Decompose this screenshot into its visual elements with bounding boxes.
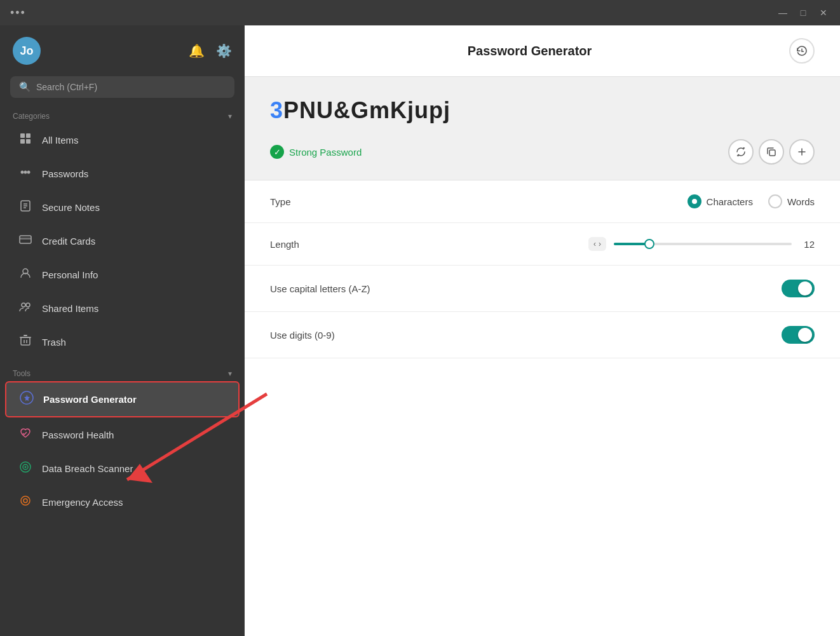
characters-radio-label: Characters [707,196,753,207]
sidebar-icons: 🔔 ⚙️ [189,43,232,58]
minimize-button[interactable]: — [776,8,789,18]
search-icon: 🔍 [19,81,31,93]
svg-point-25 [21,496,30,505]
sidebar-header: Jo 🔔 ⚙️ [0,25,245,71]
titlebar-controls: — □ ✕ [776,8,830,18]
trash-icon [18,334,33,350]
tools-chevron-icon[interactable]: ▾ [228,369,232,378]
regenerate-button[interactable] [728,139,754,165]
target-icon [18,461,33,477]
sidebar-item-secure-notes[interactable]: Secure Notes [5,191,240,224]
search-placeholder-text: Search (Ctrl+F) [36,82,97,92]
sidebar-item-label-shared-items: Shared Items [42,303,98,314]
right-arrow-icon: › [599,240,601,248]
svg-point-5 [24,171,27,174]
slider-control: ‹ › 12 [588,237,815,251]
sidebar-item-label-password-generator: Password Generator [43,394,137,405]
password-footer: ✓ Strong Password [270,139,815,165]
tools-section-label: Tools ▾ [0,365,245,381]
svg-point-26 [24,499,27,503]
sidebar-item-label-password-health: Password Health [42,430,114,440]
length-label: Length [270,239,299,250]
sidebar-item-all-items[interactable]: All Items [5,124,240,156]
type-label: Type [270,196,291,207]
sidebar-item-password-generator[interactable]: Password Generator [5,381,240,417]
sidebar-item-credit-cards[interactable]: Credit Cards [5,225,240,257]
characters-radio[interactable]: Characters [688,194,753,208]
svg-rect-29 [769,150,775,156]
svg-rect-16 [21,337,30,345]
sidebar-item-emergency-access[interactable]: Emergency Access [5,486,240,518]
svg-rect-12 [20,238,31,240]
sidebar-item-shared-items[interactable]: Shared Items [5,292,240,325]
history-button[interactable] [789,38,815,64]
slider-arrows[interactable]: ‹ › [588,237,606,251]
digits-row: Use digits (0-9) [245,312,840,358]
svg-point-24 [25,466,27,468]
titlebar-dots: ••• [10,6,26,20]
star-circle-icon [19,391,34,408]
capital-letters-row: Use capital letters (A-Z) [245,266,840,312]
digits-label: Use digits (0-9) [270,330,335,341]
svg-rect-0 [20,133,25,138]
type-radio-group: Characters Words [688,194,815,208]
credit-card-icon [18,233,33,249]
characters-radio-circle[interactable] [688,194,701,208]
sidebar-item-label-trash: Trash [42,337,66,348]
length-slider[interactable] [614,243,792,245]
svg-rect-2 [20,139,25,144]
categories-chevron-icon[interactable]: ▾ [228,112,232,121]
sidebar-item-label-emergency-access: Emergency Access [42,497,123,508]
titlebar: ••• — □ ✕ [0,0,840,25]
categories-section-label: Categories ▾ [0,108,245,123]
svg-rect-1 [26,133,30,138]
sidebar-item-label-personal-info: Personal Info [42,269,98,280]
settings-area: Type Characters Words Length [245,180,840,636]
svg-point-15 [26,303,30,307]
sidebar-item-label-all-items: All Items [42,135,79,145]
sidebar: Jo 🔔 ⚙️ 🔍 Search (Ctrl+F) Categories ▾ A… [0,25,245,636]
add-button[interactable] [789,139,815,165]
password-prefix: 3 [270,97,283,123]
slider-thumb [644,239,654,249]
content-area: Password Generator 3PNU&GmKjupj ✓ Strong… [245,25,840,636]
sidebar-item-label-passwords: Passwords [42,168,88,179]
digits-toggle[interactable] [782,326,815,344]
heart-icon [18,427,33,443]
main-layout: Jo 🔔 ⚙️ 🔍 Search (Ctrl+F) Categories ▾ A… [0,25,840,636]
page-title: Password Generator [468,44,592,58]
grid-icon [18,132,33,148]
search-bar[interactable]: 🔍 Search (Ctrl+F) [10,76,234,98]
sidebar-item-personal-info[interactable]: Personal Info [5,259,240,291]
svg-point-6 [27,171,30,174]
copy-button[interactable] [759,139,784,165]
close-button[interactable]: ✕ [817,8,830,18]
words-radio[interactable]: Words [768,194,815,208]
length-setting-row: Length ‹ › 12 [245,223,840,266]
action-buttons [728,139,815,165]
words-radio-label: Words [787,196,815,207]
left-arrow-icon: ‹ [593,240,596,248]
content-header: Password Generator [245,25,840,77]
strength-check-icon: ✓ [270,145,284,159]
strength-badge: ✓ Strong Password [270,145,362,159]
sidebar-item-label-data-breach: Data Breach Scanner [42,463,133,474]
sidebar-item-trash[interactable]: Trash [5,326,240,358]
passwords-icon [18,166,33,182]
capital-letters-label: Use capital letters (A-Z) [270,283,370,294]
password-display-area: 3PNU&GmKjupj ✓ Strong Password [245,77,840,180]
sidebar-item-password-health[interactable]: Password Health [5,419,240,451]
capital-letters-toggle[interactable] [782,280,815,297]
ring-icon [18,494,33,510]
sidebar-item-passwords[interactable]: Passwords [5,158,240,190]
person-icon [18,267,33,283]
notification-icon[interactable]: 🔔 [189,43,205,58]
avatar[interactable]: Jo [13,37,41,65]
maximize-button[interactable]: □ [797,8,810,18]
svg-point-14 [22,303,25,307]
settings-icon[interactable]: ⚙️ [216,43,232,58]
type-setting-row: Type Characters Words [245,180,840,223]
sidebar-item-label-secure-notes: Secure Notes [42,202,100,213]
sidebar-item-data-breach[interactable]: Data Breach Scanner [5,452,240,485]
words-radio-circle[interactable] [768,194,782,208]
